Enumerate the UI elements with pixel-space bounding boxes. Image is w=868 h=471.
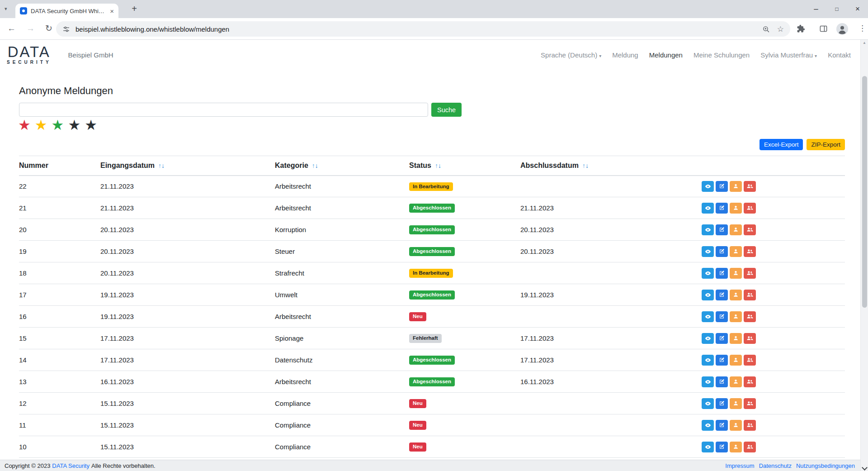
edit-button[interactable] [716, 290, 728, 300]
assign-person-button[interactable] [730, 224, 742, 235]
assign-group-button[interactable] [744, 311, 756, 322]
back-button[interactable]: ← [7, 23, 16, 34]
edit-button[interactable] [716, 333, 728, 344]
assign-group-button[interactable] [744, 224, 756, 235]
edit-button[interactable] [716, 442, 728, 452]
assign-group-button[interactable] [744, 442, 756, 452]
edit-button[interactable] [716, 376, 728, 387]
view-button[interactable] [702, 224, 714, 235]
assign-person-button[interactable] [730, 311, 742, 322]
tab-list-chevron-icon[interactable]: ▾ [5, 6, 7, 12]
assign-person-button[interactable] [730, 420, 742, 431]
sort-arrows-icon[interactable]: ↑↓ [435, 162, 441, 169]
footer-link-nutzungsbedingungen[interactable]: Nutzungsbedingungen [796, 462, 855, 469]
star-filter-icon-5[interactable]: ★ [85, 118, 97, 133]
assign-group-button[interactable] [744, 376, 756, 387]
copyright-link[interactable]: DATA Security [52, 462, 90, 469]
star-filter-icon-3[interactable]: ★ [52, 118, 64, 133]
edit-button[interactable] [716, 311, 728, 322]
assign-person-button[interactable] [730, 355, 742, 366]
edit-button[interactable] [716, 420, 728, 431]
view-button[interactable] [702, 181, 714, 192]
view-button[interactable] [702, 268, 714, 279]
excel-export-button[interactable]: Excel-Export [760, 139, 803, 150]
view-button[interactable] [702, 333, 714, 344]
view-button[interactable] [702, 203, 714, 214]
zoom-icon[interactable] [762, 25, 770, 33]
assign-group-button[interactable] [744, 181, 756, 192]
nav-item-meldung[interactable]: Meldung [612, 51, 638, 59]
assign-person-button[interactable] [730, 268, 742, 279]
assign-person-button[interactable] [730, 246, 742, 257]
star-filter-icon-2[interactable]: ★ [35, 118, 47, 133]
search-button[interactable]: Suche [431, 103, 462, 117]
view-button[interactable] [702, 246, 714, 257]
nav-item-sprache-deutsch[interactable]: Sprache (Deutsch)▾ [541, 51, 601, 59]
star-filter-icon-4[interactable]: ★ [68, 118, 80, 133]
sort-arrows-icon[interactable]: ↑↓ [312, 162, 318, 169]
side-panel-icon[interactable] [819, 24, 828, 35]
view-button[interactable] [702, 311, 714, 322]
edit-button[interactable] [716, 224, 728, 235]
forward-button[interactable]: → [26, 23, 35, 34]
zip-export-button[interactable]: ZIP-Export [807, 139, 845, 150]
assign-group-button[interactable] [744, 268, 756, 279]
footer-link-impressum[interactable]: Impressum [725, 462, 754, 469]
view-button[interactable] [702, 355, 714, 366]
assign-group-button[interactable] [744, 398, 756, 409]
assign-person-button[interactable] [730, 290, 742, 300]
assign-group-button[interactable] [744, 290, 756, 300]
tab-close-icon[interactable]: × [110, 7, 114, 15]
column-header-status[interactable]: Status↑↓ [409, 156, 520, 176]
edit-button[interactable] [716, 268, 728, 279]
column-header-abschlussdatum[interactable]: Abschlussdatum↑↓ [520, 156, 696, 176]
edit-button[interactable] [716, 203, 728, 214]
search-input[interactable] [19, 103, 428, 117]
window-maximize-button[interactable]: □ [826, 0, 847, 18]
scrollbar-up-icon[interactable]: ▲ [861, 41, 868, 45]
assign-group-button[interactable] [744, 246, 756, 257]
browser-menu-icon[interactable]: ⋮ [859, 24, 866, 33]
view-button[interactable] [702, 376, 714, 387]
scrollbar-down-icon[interactable] [862, 465, 868, 471]
assign-person-button[interactable] [730, 181, 742, 192]
sort-arrows-icon[interactable]: ↑↓ [158, 162, 165, 169]
column-header-kategorie[interactable]: Kategorie↑↓ [275, 156, 409, 176]
bookmark-star-icon[interactable]: ☆ [777, 24, 784, 34]
assign-person-button[interactable] [730, 333, 742, 344]
nav-item-kontakt[interactable]: Kontakt [828, 51, 851, 59]
edit-button[interactable] [716, 246, 728, 257]
nav-item-meine-schulungen[interactable]: Meine Schulungen [693, 51, 750, 59]
view-button[interactable] [702, 420, 714, 431]
assign-group-button[interactable] [744, 355, 756, 366]
assign-group-button[interactable] [744, 420, 756, 431]
column-header-eingangsdatum[interactable]: Eingangsdatum↑↓ [100, 156, 275, 176]
assign-person-button[interactable] [730, 203, 742, 214]
scrollbar[interactable]: ▲ [860, 40, 868, 471]
assign-person-button[interactable] [730, 442, 742, 452]
edit-button[interactable] [716, 355, 728, 366]
assign-person-button[interactable] [730, 398, 742, 409]
reload-button[interactable]: ↻ [45, 23, 52, 34]
site-settings-icon[interactable] [62, 25, 70, 33]
nav-item-meldungen[interactable]: Meldungen [649, 51, 683, 59]
profile-avatar[interactable] [836, 23, 848, 37]
footer-link-datenschutz[interactable]: Datenschutz [759, 462, 792, 469]
extensions-puzzle-icon[interactable] [797, 24, 805, 35]
nav-item-sylvia-musterfrau[interactable]: Sylvia Musterfrau▾ [760, 51, 817, 59]
window-close-button[interactable]: × [847, 0, 868, 18]
assign-group-button[interactable] [744, 203, 756, 214]
browser-tab[interactable]: DATA Security GmbH Whistleblow × [15, 4, 118, 18]
assign-group-button[interactable] [744, 333, 756, 344]
assign-person-button[interactable] [730, 376, 742, 387]
address-bar[interactable]: beispiel.whistleblowing.one/whistleblow/… [56, 21, 790, 37]
view-button[interactable] [702, 290, 714, 300]
sort-arrows-icon[interactable]: ↑↓ [582, 162, 589, 169]
edit-button[interactable] [716, 181, 728, 192]
view-button[interactable] [702, 442, 714, 452]
scrollbar-thumb[interactable] [862, 76, 867, 308]
data-security-logo[interactable]: DATA SECURITY [7, 45, 52, 65]
window-minimize-button[interactable]: – [806, 0, 826, 18]
edit-button[interactable] [716, 398, 728, 409]
star-filter-icon-1[interactable]: ★ [18, 118, 31, 133]
